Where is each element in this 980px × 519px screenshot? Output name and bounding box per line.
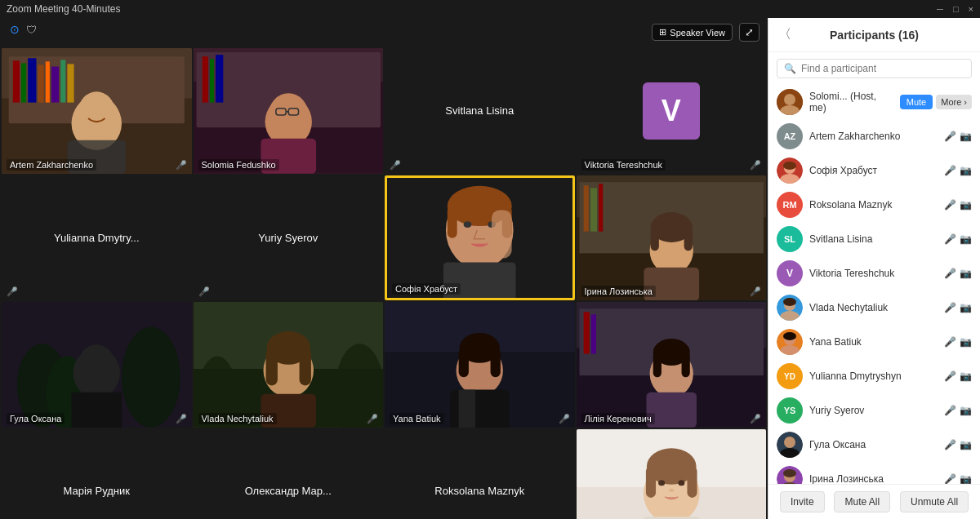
mute-all-btn[interactable]: Mute All bbox=[834, 491, 890, 512]
unmute-all-btn[interactable]: Unmute All bbox=[900, 491, 969, 512]
video-off-yuriy: 📷 bbox=[960, 405, 972, 416]
video-off-gula: 📷 bbox=[960, 439, 972, 450]
video-off-iryna: 📷 bbox=[960, 473, 972, 484]
participant-item-gula-list[interactable]: Гула Оксана 🎤 📷 bbox=[768, 428, 980, 462]
participant-actions-gula-list: 🎤 📷 bbox=[944, 439, 972, 450]
svg-rect-5 bbox=[28, 58, 36, 102]
mic-off-roksolana: 🎤 bbox=[944, 199, 956, 211]
video-section: ⊙ 🛡 ⊞ Speaker View ⤢ bbox=[0, 18, 768, 519]
participant-actions-solomia: Mute More › bbox=[900, 95, 972, 109]
svg-rect-48 bbox=[684, 227, 692, 251]
video-cell-viktoria: V Viktoria Tereshchuk 🎤 bbox=[577, 48, 767, 174]
avatar-iryna-list bbox=[777, 466, 803, 484]
avatar-svitlana-list: SL bbox=[777, 226, 803, 252]
mute-yana: 🎤 bbox=[559, 414, 570, 424]
svg-point-117 bbox=[784, 437, 795, 448]
center-name-yuriy: Yuriy Syerov bbox=[258, 232, 318, 244]
participant-item-yulianna-list[interactable]: YD Yulianna Dmytryshyn 🎤 📷 bbox=[768, 359, 980, 393]
participant-item-vlada-list[interactable]: Vlada Nechytaliuk 🎤 📷 bbox=[768, 291, 980, 325]
participant-name-iryna-list: Ірина Лозинська bbox=[809, 473, 938, 484]
svg-rect-3 bbox=[13, 60, 20, 102]
participant-actions-svitlana-list: 🎤 📷 bbox=[944, 233, 972, 245]
more-participant-btn-solomia[interactable]: More › bbox=[936, 95, 972, 109]
svg-point-55 bbox=[122, 327, 180, 428]
svg-point-122 bbox=[783, 469, 796, 477]
participant-actions-yuriy-list: 🎤 📷 bbox=[944, 405, 972, 416]
avatar-artem: AZ bbox=[777, 123, 803, 149]
participant-item-iryna-list[interactable]: Ірина Лозинська 🎤 📷 bbox=[768, 462, 980, 484]
participant-item-viktoria-list[interactable]: V Viktoria Tereshchuk 🎤 📷 bbox=[768, 256, 980, 291]
mic-off-sofia: 🎤 bbox=[944, 165, 956, 176]
participant-search-input[interactable] bbox=[801, 63, 964, 74]
svg-rect-4 bbox=[21, 63, 26, 102]
participant-actions-sofia-list: 🎤 📷 bbox=[944, 165, 972, 176]
maximize-btn[interactable]: □ bbox=[953, 4, 959, 14]
video-cell-yana: Yana Batiuk 🎤 bbox=[385, 302, 575, 428]
svg-point-97 bbox=[658, 480, 665, 486]
participant-item-sofia-list[interactable]: Софія Храбуст 🎤 📷 bbox=[768, 153, 980, 188]
svg-rect-95 bbox=[645, 467, 655, 498]
participant-name-roksolana-list: Roksolana Maznyk bbox=[809, 199, 938, 211]
participant-actions-yana-list: 🎤 📷 bbox=[944, 336, 972, 348]
svg-rect-83 bbox=[590, 315, 595, 354]
mic-off-svitlana: 🎤 bbox=[944, 233, 956, 245]
avatar-yana-list bbox=[777, 329, 803, 355]
title-bar: Zoom Meeting 40-Minutes ─ □ × bbox=[0, 0, 980, 18]
mic-off-yulianna: 🎤 bbox=[944, 370, 956, 382]
participant-actions-vlada-list: 🎤 📷 bbox=[944, 302, 972, 313]
svg-rect-76 bbox=[491, 348, 501, 378]
name-tag-gula: Гула Оксана bbox=[7, 413, 65, 424]
video-cell-sofia: Софія Храбуст bbox=[385, 175, 575, 301]
svg-rect-10 bbox=[67, 64, 74, 102]
minimize-btn[interactable]: ─ bbox=[937, 4, 943, 14]
expand-btn[interactable]: ⤢ bbox=[739, 23, 760, 42]
svg-rect-67 bbox=[265, 348, 277, 386]
participant-item-artem[interactable]: AZ Artem Zakharchenko 🎤 📷 bbox=[768, 119, 980, 153]
video-off-vlada: 📷 bbox=[960, 302, 972, 313]
video-cell-vlada: Vlada Nechytaliuk 🎤 bbox=[194, 302, 384, 428]
participant-name-gula-list: Гула Оксана bbox=[809, 439, 938, 450]
search-icon: 🔍 bbox=[784, 63, 796, 74]
center-name-svitlana: Svitlana Lisina bbox=[445, 104, 514, 117]
video-cell-olya: Оля Трач bbox=[577, 429, 767, 519]
top-bar: ⊙ 🛡 ⊞ Speaker View ⤢ bbox=[0, 18, 768, 47]
shield-icon: 🛡 bbox=[26, 24, 37, 36]
participant-item-svitlana-list[interactable]: SL Svitlana Lisina 🎤 📷 bbox=[768, 222, 980, 256]
name-tag-iryna: Ірина Лозинська bbox=[581, 286, 656, 297]
center-name-yulianna: Yulianna Dmytry... bbox=[54, 232, 140, 244]
participant-name-sofia-list: Софія Храбуст bbox=[809, 165, 938, 176]
speaker-view-btn[interactable]: ⊞ Speaker View bbox=[652, 24, 733, 41]
avatar-roksolana-list: RM bbox=[777, 192, 803, 218]
participant-list: Solomi... (Host, me) Mute More › AZ Arte… bbox=[768, 85, 980, 484]
participant-item-yuriy-list[interactable]: YS Yuriy Syerov 🎤 📷 bbox=[768, 393, 980, 428]
participant-search-box[interactable]: 🔍 bbox=[777, 59, 972, 78]
video-off-artem: 📷 bbox=[960, 131, 972, 142]
svg-rect-18 bbox=[202, 56, 207, 102]
svg-rect-6 bbox=[38, 64, 44, 102]
speaker-view-icon: ⊞ bbox=[659, 27, 666, 38]
mute-participant-btn-solomia[interactable]: Mute bbox=[900, 95, 933, 109]
collapse-panel-btn[interactable]: 〈 bbox=[778, 26, 791, 43]
participant-actions-iryna-list: 🎤 📷 bbox=[944, 473, 972, 484]
mic-off-viktoria: 🎤 bbox=[944, 268, 956, 279]
svg-rect-19 bbox=[209, 59, 213, 102]
svg-rect-58 bbox=[72, 393, 122, 428]
participant-item-roksolana-list[interactable]: RM Roksolana Maznyk 🎤 📷 bbox=[768, 188, 980, 222]
mic-off-yana: 🎤 bbox=[944, 336, 956, 348]
participant-item-solomia[interactable]: Solomi... (Host, me) Mute More › bbox=[768, 85, 980, 119]
participant-item-yana-list[interactable]: Yana Batiuk 🎤 📷 bbox=[768, 325, 980, 359]
center-name-oleksandr: Олександр Мар... bbox=[245, 485, 332, 497]
close-btn[interactable]: × bbox=[969, 4, 973, 14]
invite-btn[interactable]: Invite bbox=[780, 491, 825, 512]
video-grid: Artem Zakharchenko 🎤 bbox=[0, 47, 768, 519]
name-tag-yana: Yana Batiuk bbox=[390, 413, 444, 424]
center-name-maria: Марія Рудник bbox=[64, 485, 130, 497]
participant-name-yulianna-list: Yulianna Dmytryshyn bbox=[809, 370, 938, 382]
video-off-viktoria: 📷 bbox=[960, 268, 972, 279]
video-cell-gula: Гула Оксана 🎤 bbox=[2, 302, 192, 428]
mic-off-gula: 🎤 bbox=[944, 439, 956, 450]
svg-point-102 bbox=[784, 94, 795, 105]
svg-rect-88 bbox=[681, 353, 689, 378]
video-off-sofia: 📷 bbox=[960, 165, 972, 176]
avatar-viktoria-list: V bbox=[777, 260, 803, 286]
